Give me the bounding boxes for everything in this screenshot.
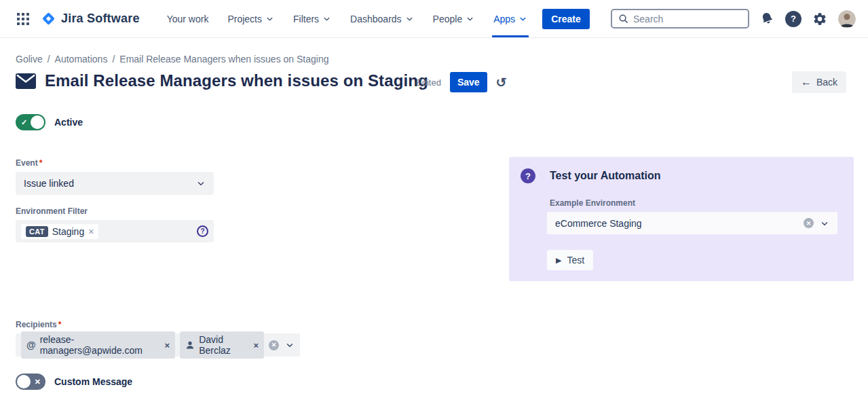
- global-search[interactable]: [611, 9, 749, 29]
- chevron-down-icon: [820, 219, 829, 228]
- remove-tag-icon[interactable]: ×: [88, 227, 94, 236]
- category-badge: CAT: [26, 226, 48, 237]
- test-panel-title: Test your Automation: [550, 170, 661, 182]
- primary-nav: Your work Projects Filters Dashboards: [157, 0, 537, 37]
- required-marker: *: [39, 158, 43, 168]
- user-avatar[interactable]: [838, 10, 856, 28]
- breadcrumb: Golive / Automations / Email Release Man…: [16, 54, 328, 65]
- nav-item-your-work[interactable]: Your work: [157, 0, 219, 37]
- breadcrumb-separator: /: [112, 54, 115, 65]
- nav-item-apps[interactable]: Apps: [484, 0, 537, 37]
- app-title: Jira Software: [61, 12, 140, 26]
- header-actions: Edited Save ↺: [416, 72, 507, 92]
- nav-item-people[interactable]: People: [423, 0, 485, 37]
- chevron-down-icon: [265, 14, 274, 23]
- breadcrumb-link-automations[interactable]: Automations: [55, 54, 108, 65]
- required-marker: *: [58, 320, 62, 329]
- nav-item-projects[interactable]: Projects: [218, 0, 284, 37]
- chevron-down-icon: [466, 14, 474, 23]
- chevron-down-icon: [518, 14, 527, 23]
- active-toggle-row: ✓ Active: [16, 114, 83, 130]
- recipients-label: Recipients*: [16, 320, 61, 329]
- nav-item-dashboards[interactable]: Dashboards: [341, 0, 423, 37]
- field-help-icon[interactable]: ?: [197, 225, 208, 237]
- back-arrow-icon: ←: [801, 77, 812, 88]
- active-toggle[interactable]: ✓: [16, 114, 45, 130]
- help-icon[interactable]: ?: [785, 11, 801, 27]
- clear-selection-icon[interactable]: ✕: [804, 218, 814, 228]
- toggle-knob: [31, 115, 44, 129]
- edited-status: Edited: [416, 77, 441, 88]
- cross-icon: ✕: [35, 374, 41, 390]
- email-envelope-icon: [16, 73, 36, 89]
- question-mark-icon: ?: [521, 168, 535, 183]
- remove-tag-icon[interactable]: ×: [165, 341, 170, 350]
- active-toggle-label: Active: [54, 117, 83, 128]
- breadcrumb-separator: /: [48, 54, 50, 65]
- person-icon: [185, 340, 195, 350]
- jira-logo-icon: [41, 11, 56, 26]
- create-button[interactable]: Create: [542, 9, 590, 29]
- page-title: Email Release Managers when issues on St…: [45, 71, 428, 90]
- nav-left: Jira Software Your work Projects Filters: [12, 0, 590, 37]
- test-automation-panel: ? Test your Automation Example Environme…: [509, 157, 854, 281]
- chevron-down-icon: [285, 340, 295, 350]
- title-row: Email Release Managers when issues on St…: [16, 71, 428, 90]
- save-button[interactable]: Save: [450, 72, 487, 92]
- play-icon: ▶: [556, 257, 561, 264]
- recipient-tag-user: David Berclaz ×: [180, 331, 264, 359]
- environment-tag: CAT Staging ×: [21, 224, 98, 239]
- back-button[interactable]: ← Back: [792, 71, 846, 93]
- clear-all-icon[interactable]: ✕: [269, 340, 279, 350]
- chevron-down-icon: [196, 179, 206, 188]
- test-button[interactable]: ▶ Test: [547, 250, 593, 270]
- nav-item-filters[interactable]: Filters: [284, 0, 341, 37]
- top-navbar: Jira Software Your work Projects Filters: [0, 0, 868, 38]
- page: Jira Software Your work Projects Filters: [0, 0, 868, 400]
- event-label: Event*: [16, 158, 42, 168]
- check-icon: ✓: [21, 114, 27, 130]
- example-environment-select[interactable]: eCommerce Staging ✕: [547, 212, 837, 234]
- jira-logo[interactable]: Jira Software: [41, 11, 140, 26]
- remove-tag-icon[interactable]: ×: [253, 341, 259, 350]
- event-select[interactable]: Issue linked: [16, 172, 214, 195]
- at-icon: @: [26, 340, 36, 350]
- example-environment-label: Example Environment: [550, 198, 635, 208]
- environment-filter-label: Environment Filter: [16, 206, 88, 216]
- breadcrumb-link-golive[interactable]: Golive: [16, 54, 43, 65]
- custom-message-label: Custom Message: [54, 376, 132, 387]
- custom-message-toggle[interactable]: ✕: [16, 374, 45, 390]
- recipients-field[interactable]: @ release-managers@apwide.com × David Be…: [16, 333, 300, 357]
- recipient-tag-email: @ release-managers@apwide.com ×: [21, 331, 175, 359]
- toggle-knob: [17, 375, 31, 388]
- chevron-down-icon: [405, 14, 414, 23]
- app-switcher-icon[interactable]: [12, 8, 34, 30]
- undo-icon[interactable]: ↺: [496, 76, 507, 89]
- custom-message-toggle-row: ✕ Custom Message: [16, 374, 132, 390]
- notifications-bell-icon[interactable]: [760, 12, 774, 26]
- breadcrumb-current[interactable]: Email Release Managers when issues on St…: [119, 54, 328, 65]
- search-icon: [618, 14, 628, 24]
- search-input[interactable]: [633, 14, 742, 24]
- environment-filter-field[interactable]: CAT Staging × ?: [16, 220, 214, 242]
- chevron-down-icon: [322, 14, 331, 23]
- settings-gear-icon[interactable]: [812, 12, 827, 26]
- nav-right: ?: [611, 9, 856, 29]
